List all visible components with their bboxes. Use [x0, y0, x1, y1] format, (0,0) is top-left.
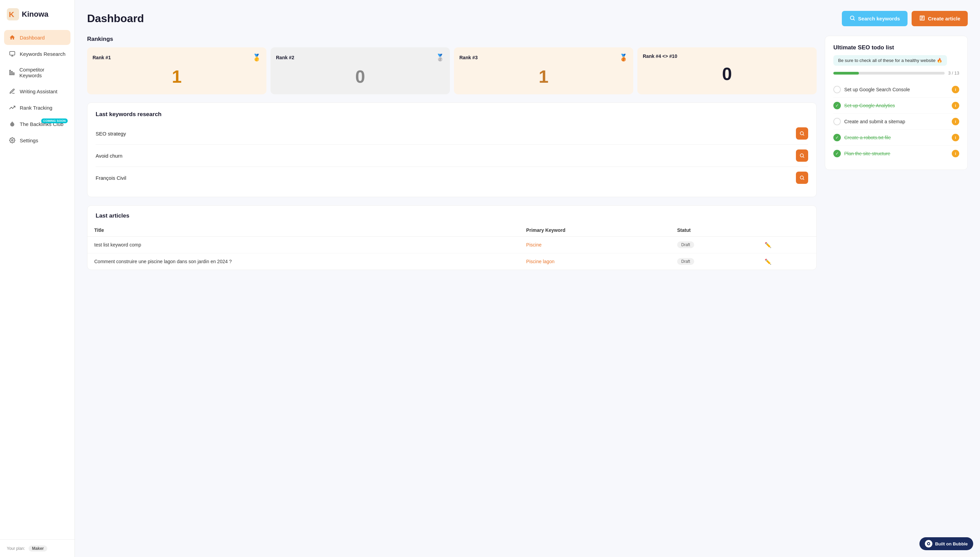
article-icon — [919, 15, 925, 22]
rank-card-header-2: Rank #2 🥈 — [276, 54, 445, 62]
todo-info-icon-4[interactable]: i — [952, 134, 959, 141]
left-column: Rankings Rank #1 🥇 1 Rank #2 — [87, 36, 817, 270]
sidebar-item-writing-assistant[interactable]: Writing Assistant — [4, 84, 70, 99]
todo-check-1[interactable] — [833, 86, 841, 93]
content-grid: Rankings Rank #1 🥇 1 Rank #2 — [87, 36, 968, 270]
todo-item-left-4: ✓ Create a robots.txt file — [833, 134, 891, 141]
plan-label: Your plan: — [7, 546, 25, 551]
todo-info-icon-1[interactable]: i — [952, 86, 959, 93]
logo: K Kinowa — [0, 0, 75, 27]
col-actions — [758, 224, 816, 237]
todo-item-left-5: ✓ Plan the site structure — [833, 150, 890, 157]
rank-card-2: Rank #2 🥈 0 — [271, 47, 450, 94]
keyword-list: SEO strategy Avoid churn François Civil — [96, 122, 808, 189]
page-title: Dashboard — [87, 12, 144, 25]
sidebar-item-keywords-research[interactable]: Keywords Research — [4, 46, 70, 61]
rank-number-3: 1 — [459, 65, 628, 88]
col-status: Statut — [670, 224, 758, 237]
progress-bar-bg — [833, 72, 944, 75]
svg-point-10 — [800, 176, 803, 179]
logo-icon: K — [7, 8, 19, 20]
keyword-text-1: SEO strategy — [96, 131, 126, 137]
rankings-title: Rankings — [87, 36, 817, 42]
sidebar-item-competitor-keywords[interactable]: Competitor Keywords — [4, 63, 70, 82]
rank-number-2: 0 — [276, 65, 445, 88]
rank-icon-3: 🥉 — [619, 54, 628, 62]
keyword-text-3: François Civil — [96, 175, 126, 181]
sidebar-item-dashboard[interactable]: Dashboard — [4, 30, 70, 45]
todo-label-2: Set up Google Analytics — [844, 103, 895, 108]
seo-todo-title: Ultimate SEO todo list — [833, 44, 959, 51]
article-keyword-2[interactable]: Piscine lagon — [526, 259, 554, 264]
todo-item-3: Create and submit a sitemap i — [833, 114, 959, 130]
todo-check-3[interactable] — [833, 118, 841, 125]
edit-icon-1[interactable]: ✏️ — [764, 242, 771, 248]
main-header: Dashboard Search keywords Create article — [87, 11, 968, 26]
rank-number-4: 0 — [643, 62, 811, 85]
plan-badge: Maker — [29, 546, 47, 552]
table-row-2: Comment construire une piscine lagon dan… — [88, 253, 816, 270]
sidebar-label-keywords: Keywords Research — [20, 51, 65, 57]
keyword-search-btn-1[interactable] — [796, 127, 808, 140]
keywords-research-section: Last keywords research SEO strategy Avoi… — [87, 103, 817, 197]
article-title-1: test list keyword comp — [88, 237, 519, 253]
svg-point-7 — [850, 16, 854, 20]
rank-icon-1: 🥇 — [253, 54, 261, 62]
rankings-grid: Rank #1 🥇 1 Rank #2 🥈 0 — [87, 47, 817, 94]
todo-info-icon-3[interactable]: i — [952, 118, 959, 125]
rank-label-1: Rank #1 — [92, 55, 111, 60]
sidebar-label-dashboard: Dashboard — [20, 35, 45, 41]
keyword-search-btn-3[interactable] — [796, 172, 808, 184]
sidebar-label-settings: Settings — [20, 138, 38, 143]
todo-check-2[interactable]: ✓ — [833, 102, 841, 109]
keyword-search-btn-2[interactable] — [796, 150, 808, 162]
sidebar-footer: Your plan: Maker — [0, 539, 75, 557]
rank-label-2: Rank #2 — [276, 55, 294, 60]
svg-point-6 — [11, 140, 13, 141]
progress-bar-fill — [833, 72, 859, 75]
logo-text: Kinowa — [22, 10, 48, 19]
todo-label-1: Set up Google Search Console — [844, 87, 910, 92]
article-title-2: Comment construire une piscine lagon dan… — [88, 253, 519, 270]
todo-check-4[interactable]: ✓ — [833, 134, 841, 141]
rankings-section: Rankings Rank #1 🥇 1 Rank #2 — [87, 36, 817, 94]
todo-item-5: ✓ Plan the site structure i — [833, 146, 959, 161]
sidebar-nav: Dashboard Keywords Research Competitor K… — [0, 27, 75, 539]
header-actions: Search keywords Create article — [842, 11, 968, 26]
sidebar-item-rank-tracking[interactable]: Rank Tracking — [4, 100, 70, 115]
sidebar-item-backlinks-club[interactable]: The Backlinks Club Coming soon — [4, 116, 70, 132]
todo-check-5[interactable]: ✓ — [833, 150, 841, 157]
table-row-1: test list keyword comp Piscine Draft ✏️ — [88, 237, 816, 253]
progress-text: 3 / 13 — [948, 70, 959, 76]
rank-card-header-4: Rank #4 <> #10 — [643, 54, 811, 59]
article-keyword-1[interactable]: Piscine — [526, 242, 541, 248]
col-title: Title — [88, 224, 519, 237]
bubble-logo-icon — [925, 540, 932, 547]
edit-icon-2[interactable]: ✏️ — [764, 259, 771, 265]
rank-label-3: Rank #3 — [459, 55, 478, 60]
todo-item-2: ✓ Set up Google Analytics i — [833, 98, 959, 114]
rank-card-4: Rank #4 <> #10 0 — [637, 47, 817, 94]
bar-chart-icon — [9, 69, 15, 76]
article-status-1: Draft — [677, 241, 694, 248]
todo-info-icon-5[interactable]: i — [952, 150, 959, 157]
built-on-bubble-badge[interactable]: Built on Bubble — [920, 537, 973, 550]
todo-subtitle: Be sure to check all of these for a heal… — [833, 55, 947, 66]
svg-point-9 — [800, 154, 803, 157]
sidebar-label-rank: Rank Tracking — [20, 105, 52, 111]
create-article-button[interactable]: Create article — [912, 11, 968, 26]
flame-icon — [9, 121, 16, 127]
trending-up-icon — [9, 104, 16, 111]
pen-icon — [9, 88, 16, 94]
keyword-row-1: SEO strategy — [96, 122, 808, 145]
todo-item-left-2: ✓ Set up Google Analytics — [833, 102, 895, 109]
articles-table: Title Primary Keyword Statut test list k… — [88, 224, 816, 270]
svg-point-12 — [928, 543, 930, 545]
todo-item-4: ✓ Create a robots.txt file i — [833, 130, 959, 146]
rank-number-1: 1 — [92, 65, 261, 88]
sidebar-item-settings[interactable]: Settings — [4, 133, 70, 148]
svg-point-8 — [800, 132, 803, 135]
svg-rect-3 — [10, 70, 11, 75]
todo-info-icon-2[interactable]: i — [952, 102, 959, 109]
search-keywords-button[interactable]: Search keywords — [842, 11, 907, 26]
